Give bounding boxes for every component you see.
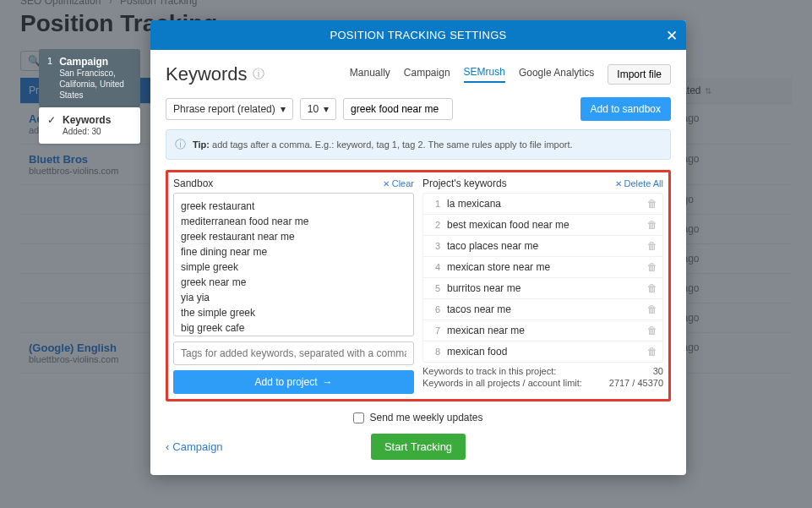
- project-keyword-row: 2best mexican food near me🗑: [423, 215, 662, 236]
- source-tabs: Manually Campaign SEMrush Google Analyti…: [350, 64, 671, 85]
- trash-icon[interactable]: 🗑: [647, 325, 657, 336]
- modal-title: POSITION TRACKING SETTINGS: [330, 29, 506, 41]
- stat-limit-value: 2717 / 45370: [609, 378, 663, 388]
- keyword-text: mexican food: [447, 346, 507, 358]
- wizard-step-title: Campaign: [59, 56, 132, 68]
- keyword-text: mexican near me: [447, 325, 525, 336]
- project-keyword-row: 6tacos near me🗑: [423, 299, 662, 320]
- trash-icon[interactable]: 🗑: [647, 261, 657, 273]
- keyword-index: 6: [428, 304, 440, 314]
- stat-track-label: Keywords to track in this project:: [422, 366, 556, 376]
- sandbox-keyword: big greek cafe: [181, 320, 406, 336]
- project-keyword-row: 8mexican food🗑: [423, 341, 662, 362]
- sandbox-title: Sandbox: [173, 178, 213, 189]
- trash-icon[interactable]: 🗑: [647, 240, 657, 252]
- arrow-right-icon: →: [323, 376, 333, 388]
- project-keyword-row: 3taco places near me🗑: [423, 236, 662, 257]
- trash-icon[interactable]: 🗑: [647, 346, 657, 358]
- modal-header: POSITION TRACKING SETTINGS ✕: [150, 20, 686, 50]
- add-to-sandbox-button[interactable]: Add to sandbox: [580, 97, 671, 121]
- project-keywords-list: 1la mexicana🗑2best mexican food near me🗑…: [422, 193, 663, 363]
- trash-icon[interactable]: 🗑: [647, 198, 657, 210]
- sandbox-keyword: mediterranean food near me: [181, 214, 406, 229]
- tab-manually[interactable]: Manually: [350, 67, 390, 82]
- wizard-step-number: 1: [47, 56, 52, 66]
- project-keyword-row: 4mexican store near me🗑: [423, 257, 662, 278]
- stat-limit-label: Keywords in all projects / account limit…: [422, 378, 582, 388]
- project-keyword-row: 1la mexicana🗑: [423, 194, 662, 215]
- wizard-step-keywords[interactable]: ✓ Keywords Added: 30: [39, 107, 140, 144]
- tab-campaign[interactable]: Campaign: [404, 67, 450, 82]
- keyword-index: 8: [428, 347, 440, 357]
- wizard-steps: 1 Campaign San Francisco, California, Un…: [39, 49, 140, 144]
- back-to-campaign-link[interactable]: ‹ Campaign: [166, 440, 223, 453]
- tab-semrush[interactable]: SEMrush: [464, 66, 505, 83]
- sandbox-keyword: yia yia: [181, 290, 406, 305]
- keyword-index: 3: [428, 241, 440, 251]
- check-icon: ✓: [47, 114, 56, 126]
- sandbox-keyword: the simple greek: [181, 305, 406, 320]
- keyword-text: best mexican food near me: [447, 219, 569, 231]
- delete-all-button[interactable]: ✕Delete All: [615, 178, 663, 188]
- weekly-updates-checkbox[interactable]: Send me weekly updates: [166, 412, 671, 423]
- trash-icon[interactable]: 🗑: [647, 219, 657, 231]
- sandbox-keyword: fine dining near me: [181, 244, 406, 259]
- sandbox-keyword: greek cuisine: [181, 336, 406, 336]
- sandbox-panel: Sandbox ✕Clear greek restaurantmediterra…: [173, 178, 414, 394]
- add-to-project-button[interactable]: Add to project →: [173, 370, 414, 394]
- chevron-left-icon: ‹: [166, 440, 169, 453]
- tags-input-wrapper: [173, 341, 414, 365]
- project-keywords-title: Project's keywords: [422, 178, 507, 189]
- tags-input[interactable]: [181, 347, 406, 359]
- close-icon: ✕: [615, 179, 622, 188]
- keyword-index: 2: [428, 220, 440, 230]
- tip-banner: ⓘ Tip: add tags after a comma. E.g.: key…: [166, 129, 671, 160]
- chevron-down-icon: ▾: [281, 103, 286, 115]
- project-keyword-row: 7mexican near me🗑: [423, 320, 662, 341]
- trash-icon[interactable]: 🗑: [647, 303, 657, 315]
- keyword-search-input[interactable]: [343, 98, 453, 120]
- report-select[interactable]: Phrase report (related) ▾: [166, 98, 293, 120]
- wizard-step-title: Keywords: [63, 114, 111, 126]
- wizard-step-subtitle: San Francisco, California, United States: [59, 68, 132, 101]
- start-tracking-button[interactable]: Start Tracking: [371, 434, 466, 460]
- clear-sandbox-button[interactable]: ✕Clear: [383, 178, 414, 188]
- keyword-text: tacos near me: [447, 303, 511, 315]
- keyword-text: la mexicana: [447, 198, 501, 210]
- sandbox-keyword: greek restaurant: [181, 199, 406, 214]
- info-icon: ⓘ: [175, 137, 186, 152]
- trash-icon[interactable]: 🗑: [647, 282, 657, 294]
- weekly-checkbox-input[interactable]: [353, 412, 364, 423]
- stat-track-value: 30: [653, 366, 663, 376]
- keyword-text: burritos near me: [447, 282, 520, 294]
- position-tracking-modal: POSITION TRACKING SETTINGS ✕ Keywords ⓘ …: [150, 20, 686, 475]
- import-file-button[interactable]: Import file: [608, 64, 671, 85]
- project-keywords-panel: Project's keywords ✕Delete All 1la mexic…: [422, 178, 663, 394]
- wizard-step-subtitle: Added: 30: [63, 126, 111, 137]
- chevron-down-icon: ▾: [324, 103, 329, 115]
- keyword-index: 4: [428, 262, 440, 272]
- close-icon: ✕: [383, 179, 390, 188]
- sandbox-keyword: greek near me: [181, 275, 406, 290]
- wizard-step-campaign[interactable]: 1 Campaign San Francisco, California, Un…: [39, 49, 140, 107]
- keyword-text: taco places near me: [447, 240, 538, 252]
- keyword-text: mexican store near me: [447, 261, 550, 273]
- keyword-index: 5: [428, 283, 440, 293]
- sandbox-textarea[interactable]: greek restaurantmediterranean food near …: [173, 193, 414, 336]
- project-keyword-row: 5burritos near me🗑: [423, 278, 662, 299]
- keyword-index: 7: [428, 325, 440, 336]
- sandbox-keyword: greek restaurant near me: [181, 229, 406, 244]
- keyword-index: 1: [428, 199, 440, 209]
- info-icon[interactable]: ⓘ: [253, 67, 264, 82]
- keywords-heading: Keywords ⓘ: [166, 63, 264, 85]
- keywords-dual-panel: Sandbox ✕Clear greek restaurantmediterra…: [166, 170, 671, 401]
- tab-google-analytics[interactable]: Google Analytics: [519, 67, 594, 82]
- count-select[interactable]: 10 ▾: [300, 98, 336, 120]
- sandbox-keyword: simple greek: [181, 259, 406, 275]
- close-icon[interactable]: ✕: [666, 27, 678, 45]
